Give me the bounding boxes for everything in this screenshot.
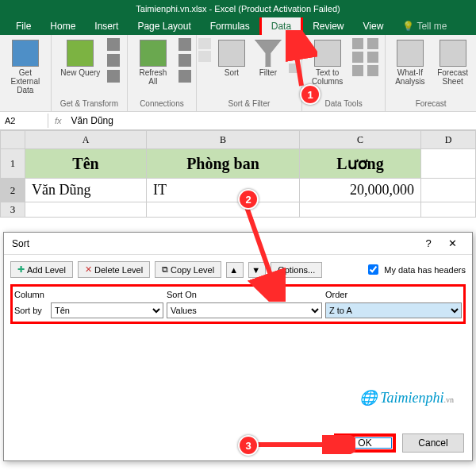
cell[interactable]: [421, 202, 476, 218]
cell[interactable]: [147, 202, 300, 218]
ribbon-group-label: Get & Transform: [60, 98, 118, 108]
formula-input[interactable]: Văn Dũng: [68, 114, 117, 128]
order-select[interactable]: Z to A: [325, 302, 462, 318]
options-button[interactable]: Options...: [271, 262, 322, 278]
col-header[interactable]: A: [25, 131, 147, 149]
forecast-sheet-button[interactable]: Forecast Sheet: [434, 38, 471, 87]
tab-file[interactable]: File: [6, 17, 40, 35]
ribbon-group-label: Sort & Filter: [228, 98, 270, 108]
title-bar: Taimienphi.vn.xlsx - Excel (Product Acti…: [0, 0, 476, 17]
close-icon[interactable]: ✕: [440, 237, 464, 249]
sort-dialog: Sort ?✕ ✚Add Level ✕Delete Level ⧉Copy L…: [3, 232, 473, 461]
remove-dup-icon[interactable]: [367, 38, 378, 49]
name-box[interactable]: A2: [0, 114, 48, 128]
tab-data[interactable]: Data: [259, 15, 303, 37]
copy-level-button[interactable]: ⧉Copy Level: [155, 261, 221, 278]
manage-model-icon[interactable]: [367, 65, 378, 76]
reapply-icon[interactable]: [289, 51, 300, 60]
refresh-all-button[interactable]: Refresh All: [132, 38, 174, 87]
recent-sources-icon[interactable]: [107, 70, 120, 83]
window-title: Taimienphi.vn.xlsx - Excel (Product Acti…: [136, 4, 340, 13]
get-external-data-button[interactable]: Get External Data: [5, 38, 46, 96]
sort-button[interactable]: Sort: [216, 38, 248, 79]
from-table-icon[interactable]: [107, 54, 120, 67]
x-icon: ✕: [85, 264, 92, 275]
has-headers-checkbox[interactable]: My data has headers: [365, 262, 466, 277]
filter-button[interactable]: Filter: [252, 38, 284, 79]
cell[interactable]: Phòng ban: [147, 149, 300, 179]
cell[interactable]: [25, 202, 147, 218]
column-header: Column: [14, 290, 167, 299]
cell[interactable]: Tên: [25, 149, 147, 179]
clear-icon[interactable]: [289, 38, 300, 48]
ok-button[interactable]: OK: [334, 433, 396, 453]
dialog-title: Sort: [12, 238, 29, 249]
tab-home[interactable]: Home: [40, 17, 85, 35]
col-header[interactable]: B: [147, 131, 300, 149]
add-level-button[interactable]: ✚Add Level: [10, 261, 73, 278]
row-header[interactable]: 1: [1, 149, 25, 179]
row-header[interactable]: 2: [1, 179, 25, 202]
text-to-columns-button[interactable]: Text to Columns: [307, 38, 347, 87]
new-query-button[interactable]: New Query: [58, 38, 102, 79]
formula-bar: A2 fx Văn Dũng: [0, 112, 476, 130]
tab-view[interactable]: View: [354, 17, 393, 35]
watermark: 🌐 Taimienphi.vn: [359, 389, 454, 406]
edit-links-icon[interactable]: [178, 70, 191, 83]
sorton-header: Sort On: [167, 290, 325, 299]
sort-az-icon[interactable]: [198, 38, 211, 49]
cell[interactable]: [300, 202, 421, 218]
col-header[interactable]: C: [300, 131, 421, 149]
callout-1: 1: [300, 84, 321, 105]
cell[interactable]: [421, 179, 476, 202]
ribbon: Get External Data New Query Get & Transf…: [0, 35, 476, 112]
worksheet[interactable]: ABCD 1TênPhòng banLương 2Văn DũngIT20,00…: [0, 130, 476, 218]
sortby-column-select[interactable]: Tên: [51, 302, 163, 318]
menu-bar: File Home Insert Page Layout Formulas Da…: [0, 17, 476, 35]
cell[interactable]: 20,000,000: [300, 179, 421, 202]
tab-pagelayout[interactable]: Page Layout: [128, 17, 200, 35]
validation-icon[interactable]: [352, 52, 363, 63]
connections-icon[interactable]: [178, 38, 191, 51]
cell[interactable]: Lương: [300, 149, 421, 179]
cell[interactable]: IT: [147, 179, 300, 202]
sorton-select[interactable]: Values: [167, 302, 322, 318]
delete-level-button[interactable]: ✕Delete Level: [78, 261, 150, 278]
sort-za-icon[interactable]: [198, 51, 211, 62]
tab-tellme[interactable]: 💡 Tell me: [393, 17, 456, 35]
sortby-label: Sort by: [14, 306, 48, 315]
move-up-button[interactable]: ▲: [226, 262, 244, 278]
tab-review[interactable]: Review: [303, 17, 353, 35]
properties-icon[interactable]: [178, 54, 191, 67]
callout-2: 2: [238, 189, 259, 210]
flash-fill-icon[interactable]: [352, 38, 363, 49]
tab-insert[interactable]: Insert: [85, 17, 128, 35]
row-header[interactable]: 3: [1, 202, 25, 218]
order-header: Order: [325, 290, 462, 299]
sort-criteria-grid: Column Sort On Order Sort by Tên Values …: [10, 284, 466, 324]
cell[interactable]: Văn Dũng: [25, 179, 147, 202]
callout-3: 3: [238, 435, 259, 456]
copy-icon: ⧉: [162, 264, 168, 275]
show-queries-icon[interactable]: [107, 38, 120, 51]
advanced-icon[interactable]: [289, 64, 300, 73]
fx-icon[interactable]: fx: [48, 116, 68, 125]
ribbon-group-label: Connections: [140, 98, 184, 108]
plus-icon: ✚: [17, 264, 25, 275]
ribbon-group-label: Forecast: [416, 98, 447, 108]
relationships-icon[interactable]: [352, 65, 363, 76]
help-icon[interactable]: ?: [416, 237, 440, 249]
tab-formulas[interactable]: Formulas: [201, 17, 259, 35]
consolidate-icon[interactable]: [367, 52, 378, 63]
move-down-button[interactable]: ▼: [248, 262, 266, 278]
col-header[interactable]: D: [421, 131, 476, 149]
cell[interactable]: [421, 149, 476, 179]
whatif-button[interactable]: What-If Analysis: [390, 38, 429, 87]
cancel-button[interactable]: Cancel: [402, 433, 464, 453]
ribbon-group-label: Data Tools: [325, 98, 363, 108]
